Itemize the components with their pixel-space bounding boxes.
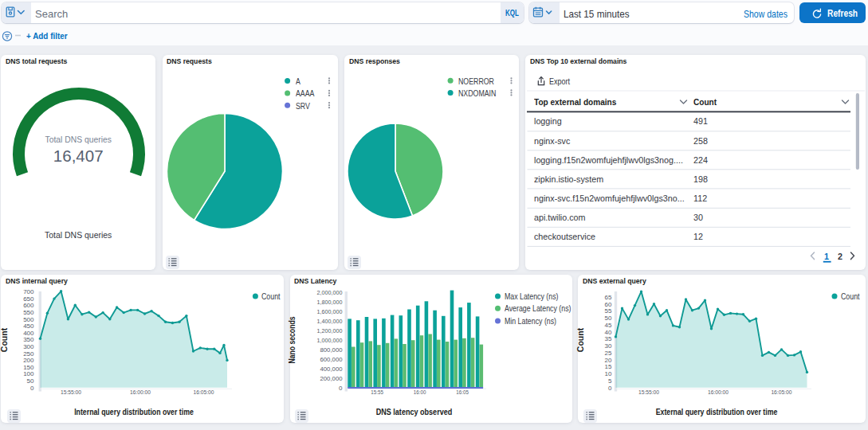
svg-text:16:00:00: 16:00:00 [708, 389, 729, 396]
svg-text:100: 100 [23, 370, 34, 377]
svg-text:16:00:00: 16:00:00 [130, 389, 151, 396]
svg-text:1,000,000: 1,000,000 [317, 337, 343, 344]
svg-text:1,200,000: 1,200,000 [317, 327, 343, 334]
svg-text:20: 20 [605, 357, 612, 364]
svg-text:200: 200 [23, 357, 34, 364]
svg-text:2,000,000: 2,000,000 [317, 289, 343, 296]
svg-text:650: 650 [23, 295, 34, 303]
svg-text:16:05:00: 16:05:00 [194, 389, 214, 396]
svg-text:45: 45 [605, 322, 612, 329]
svg-text:DNS latency observed: DNS latency observed [376, 407, 453, 416]
svg-text:0: 0 [30, 385, 34, 392]
svg-text:40: 40 [605, 329, 612, 336]
svg-text:200,000: 200,000 [320, 375, 344, 382]
svg-text:250: 250 [23, 350, 34, 358]
svg-text:16:05:00: 16:05:00 [771, 389, 791, 396]
svg-text:1,800,000: 1,800,000 [317, 299, 343, 306]
svg-text:0: 0 [339, 385, 343, 392]
svg-text:15: 15 [605, 363, 612, 370]
svg-text:400,000: 400,000 [320, 366, 344, 373]
svg-text:50: 50 [27, 377, 34, 385]
svg-text:Count: Count [0, 327, 9, 352]
svg-text:350: 350 [23, 336, 34, 343]
svg-text:Nano seconds: Nano seconds [287, 316, 297, 363]
svg-text:500: 500 [23, 316, 34, 323]
svg-text:700: 700 [23, 288, 34, 295]
svg-text:150: 150 [23, 364, 34, 371]
svg-text:External query distribution ov: External query distribution over time [656, 407, 778, 416]
svg-text:600: 600 [23, 302, 34, 309]
svg-text:600,000: 600,000 [320, 356, 344, 363]
svg-text:35: 35 [605, 335, 612, 342]
svg-text:25: 25 [605, 350, 612, 357]
svg-text:450: 450 [23, 322, 34, 330]
svg-text:400: 400 [23, 330, 34, 337]
svg-text:550: 550 [23, 309, 34, 316]
svg-text:50: 50 [605, 315, 612, 322]
svg-text:1,600,000: 1,600,000 [317, 308, 343, 315]
svg-text:60: 60 [605, 301, 612, 308]
svg-text:300: 300 [23, 343, 34, 350]
svg-text:15:55:00: 15:55:00 [61, 389, 81, 396]
svg-text:Internal query distribution ov: Internal query distribution over time [74, 407, 194, 416]
svg-text:5: 5 [608, 377, 612, 385]
svg-text:15:55:00: 15:55:00 [638, 389, 659, 396]
svg-text:55: 55 [605, 307, 612, 315]
svg-text:16:00: 16:00 [414, 389, 426, 396]
svg-text:10: 10 [605, 370, 612, 377]
svg-text:30: 30 [605, 342, 612, 350]
svg-text:15:55: 15:55 [371, 389, 383, 396]
svg-text:800,000: 800,000 [320, 346, 344, 354]
svg-text:0: 0 [608, 385, 612, 392]
svg-text:1,400,000: 1,400,000 [317, 318, 343, 325]
svg-text:Count: Count [575, 327, 585, 352]
svg-text:16:05: 16:05 [456, 389, 469, 396]
svg-text:65: 65 [605, 294, 612, 301]
